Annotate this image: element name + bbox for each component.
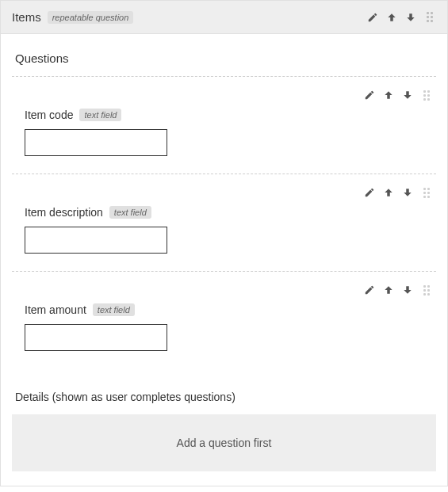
arrow-down-icon[interactable] xyxy=(401,186,414,199)
panel-title: Items xyxy=(12,10,41,24)
arrow-down-icon[interactable] xyxy=(401,89,414,101)
edit-icon[interactable] xyxy=(363,186,376,199)
panel-type-tag: repeatable question xyxy=(48,11,134,24)
question-input[interactable] xyxy=(25,324,167,351)
drag-handle-icon[interactable] xyxy=(427,12,436,22)
drag-handle-icon[interactable] xyxy=(423,188,433,198)
question-label-row: Item amount text field xyxy=(25,303,433,316)
question-block: Item description text field xyxy=(12,174,436,271)
question-input[interactable] xyxy=(25,227,167,254)
question-input[interactable] xyxy=(25,129,167,156)
question-type-tag: text field xyxy=(109,206,151,219)
arrow-down-icon[interactable] xyxy=(401,284,414,296)
panel-body: Questions Item code text field xyxy=(1,34,447,486)
details-heading: Details (shown as user completes questio… xyxy=(15,391,436,403)
question-toolbar xyxy=(15,184,433,201)
question-label: Item amount xyxy=(25,303,86,316)
arrow-up-icon[interactable] xyxy=(385,11,398,24)
details-placeholder: Add a question first xyxy=(12,414,436,471)
question-label-row: Item description text field xyxy=(25,206,433,219)
edit-icon[interactable] xyxy=(363,89,376,101)
items-panel: Items repeatable question Questions xyxy=(0,0,448,486)
question-block: Item amount text field xyxy=(12,271,436,368)
question-label: Item code xyxy=(25,109,73,121)
arrow-up-icon[interactable] xyxy=(382,186,395,199)
questions-heading: Questions xyxy=(15,51,436,65)
arrow-up-icon[interactable] xyxy=(382,284,395,296)
question-toolbar xyxy=(15,281,433,299)
question-toolbar xyxy=(15,86,433,104)
panel-toolbar xyxy=(366,11,436,24)
question-label-row: Item code text field xyxy=(25,109,433,121)
edit-icon[interactable] xyxy=(366,11,379,24)
drag-handle-icon[interactable] xyxy=(423,285,433,296)
edit-icon[interactable] xyxy=(363,284,376,296)
question-type-tag: text field xyxy=(79,109,121,121)
question-block: Item code text field xyxy=(12,76,436,174)
question-type-tag: text field xyxy=(93,303,135,316)
question-label: Item description xyxy=(25,206,103,219)
arrow-up-icon[interactable] xyxy=(382,89,395,101)
arrow-down-icon[interactable] xyxy=(404,11,417,24)
drag-handle-icon[interactable] xyxy=(423,90,433,101)
panel-header: Items repeatable question xyxy=(1,1,447,34)
